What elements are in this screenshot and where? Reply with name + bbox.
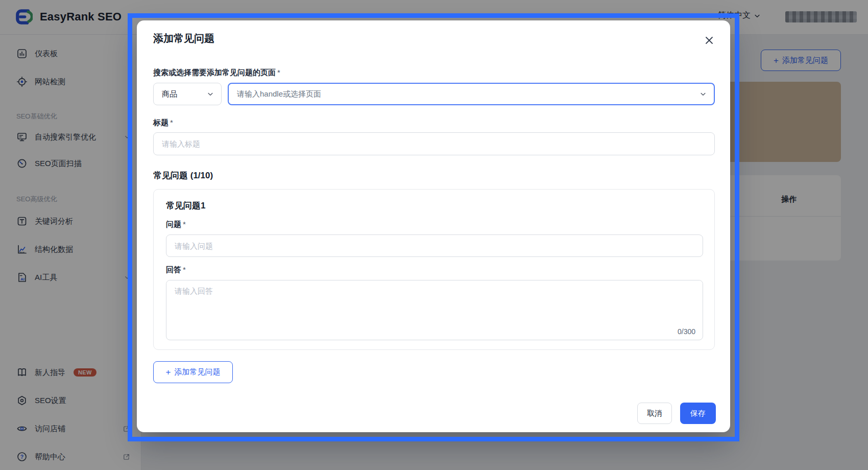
add-faq-modal: 添加常见问题 搜索或选择需要添加常见问题的页面* 商品 请输入handle或选择… — [137, 20, 730, 432]
required-mark: * — [170, 118, 173, 127]
required-mark: * — [183, 220, 186, 228]
question-input[interactable] — [166, 234, 703, 257]
page-type-select[interactable]: 商品 — [153, 83, 222, 105]
faq-item-heading: 常见问题1 — [166, 200, 702, 212]
title-input[interactable] — [153, 132, 715, 155]
answer-label: 回答* — [166, 265, 702, 275]
page-type-value: 商品 — [162, 89, 177, 99]
page-handle-select[interactable]: 请输入handle或选择页面 — [228, 83, 715, 105]
modal-title: 添加常见问题 — [153, 32, 214, 45]
add-faq-button-modal[interactable]: + 添加常见问题 — [153, 361, 233, 383]
cancel-button[interactable]: 取消 — [637, 403, 672, 424]
page-handle-placeholder: 请输入handle或选择页面 — [237, 89, 321, 99]
char-counter: 0/300 — [678, 327, 695, 336]
answer-textarea-wrap: 0/300 — [166, 280, 703, 340]
plus-icon: + — [166, 368, 171, 377]
close-icon[interactable] — [703, 34, 716, 47]
faq-item-card: 常见问题1 问题* 回答* 0/300 — [153, 189, 715, 350]
chevron-down-icon — [207, 90, 214, 98]
app-root: EasyRank SEO 简体中文 仪表板 网站检测 — [0, 0, 868, 470]
save-button[interactable]: 保存 — [680, 403, 716, 424]
question-label: 问题* — [166, 220, 702, 229]
answer-textarea[interactable] — [166, 280, 703, 325]
page-select-label: 搜索或选择需要添加常见问题的页面* — [153, 68, 280, 78]
required-mark: * — [183, 265, 186, 274]
title-label: 标题* — [153, 118, 173, 128]
faq-count-heading: 常见问题 (1/10) — [153, 170, 213, 181]
add-faq-label: 添加常见问题 — [174, 367, 220, 377]
required-mark: * — [277, 68, 280, 77]
chevron-down-icon — [700, 90, 707, 98]
